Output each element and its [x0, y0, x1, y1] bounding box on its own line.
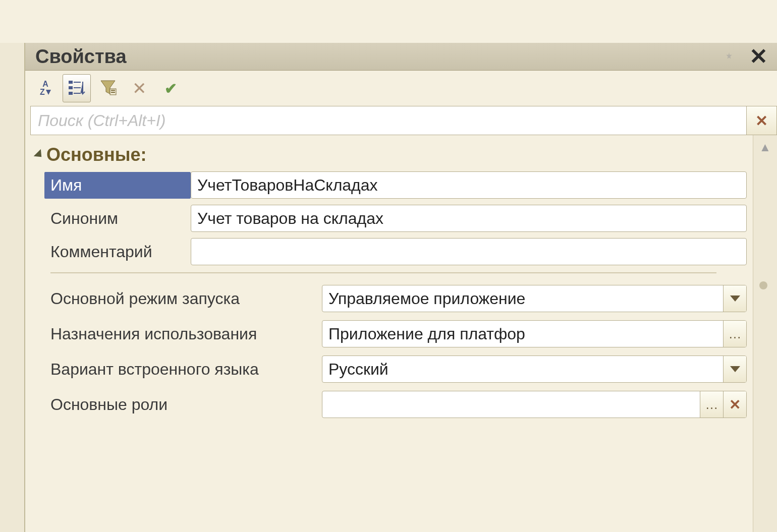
label-name[interactable]: Имя — [44, 172, 191, 199]
svg-rect-3 — [74, 87, 81, 88]
sort-alpha-button[interactable]: A Z — [31, 74, 60, 102]
panel-header: Свойства ✕ — [25, 43, 777, 71]
clear-main-roles[interactable]: ✕ — [723, 391, 746, 418]
label-usage-assignments[interactable]: Назначения использования — [44, 325, 322, 343]
caret-down-icon — [34, 149, 45, 161]
label-main-roles[interactable]: Основные роли — [44, 395, 322, 414]
filter-button[interactable] — [94, 74, 122, 102]
field-usage-assignments[interactable]: Приложение для платфор — [322, 325, 723, 343]
svg-rect-8 — [111, 92, 115, 93]
section-title: Основные: — [46, 144, 146, 165]
scroll-thumb[interactable] — [759, 281, 767, 289]
search-input[interactable] — [30, 106, 747, 135]
input-comment[interactable] — [191, 238, 747, 265]
scroll-up-icon[interactable]: ▲ — [753, 135, 777, 159]
label-comment[interactable]: Комментарий — [44, 243, 191, 261]
label-synonym[interactable]: Синоним — [44, 209, 191, 228]
search-clear-button[interactable]: ✕ — [747, 106, 777, 135]
svg-rect-7 — [111, 90, 115, 91]
label-language-variant[interactable]: Вариант встроенного языка — [44, 360, 322, 379]
section-header[interactable]: Основные: — [32, 141, 777, 170]
panel-title: Свойства — [35, 46, 723, 68]
field-language-variant[interactable]: Русский — [322, 360, 723, 379]
apply-button[interactable]: ✔ — [156, 74, 185, 102]
browse-main-roles[interactable]: … — [700, 391, 723, 418]
svg-rect-0 — [69, 81, 73, 84]
svg-rect-1 — [74, 82, 81, 83]
sort-category-button[interactable] — [63, 74, 91, 102]
left-strip — [0, 43, 25, 532]
cancel-button[interactable]: ✕ — [125, 74, 153, 102]
input-name[interactable] — [191, 171, 747, 199]
close-panel-icon[interactable]: ✕ — [745, 45, 772, 68]
scrollbar[interactable]: ▲ — [753, 135, 777, 532]
browse-usage-assignments[interactable]: … — [723, 321, 746, 347]
pin-icon[interactable] — [723, 50, 735, 63]
input-synonym[interactable] — [191, 205, 747, 232]
dropdown-language-variant[interactable] — [723, 356, 746, 382]
divider — [50, 272, 716, 273]
svg-rect-2 — [69, 86, 73, 89]
label-launch-mode[interactable]: Основной режим запуска — [44, 289, 322, 308]
svg-rect-5 — [74, 93, 81, 94]
svg-rect-4 — [69, 92, 73, 95]
dropdown-launch-mode[interactable] — [723, 285, 746, 312]
field-launch-mode[interactable]: Управляемое приложение — [322, 289, 723, 308]
toolbar: A Z — [25, 71, 777, 106]
